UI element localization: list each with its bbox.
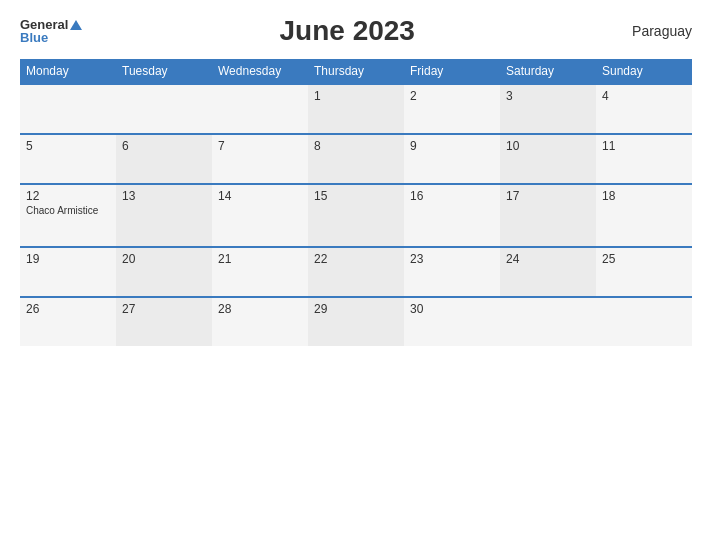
day-number: 28 — [218, 302, 231, 316]
calendar-cell — [116, 84, 212, 134]
calendar-cell: 15 — [308, 184, 404, 247]
day-number: 14 — [218, 189, 231, 203]
day-number: 9 — [410, 139, 417, 153]
calendar-cell: 18 — [596, 184, 692, 247]
day-number: 22 — [314, 252, 327, 266]
calendar-cell: 25 — [596, 247, 692, 297]
calendar-cell — [20, 84, 116, 134]
day-number: 26 — [26, 302, 39, 316]
logo-blue-text: Blue — [20, 31, 48, 44]
day-number: 25 — [602, 252, 615, 266]
country-label: Paraguay — [612, 23, 692, 39]
calendar-cell: 28 — [212, 297, 308, 346]
calendar-cell: 12Chaco Armistice — [20, 184, 116, 247]
calendar-container: General Blue June 2023 Paraguay MondayTu… — [0, 0, 712, 550]
day-number: 27 — [122, 302, 135, 316]
calendar-cell: 13 — [116, 184, 212, 247]
calendar-cell: 26 — [20, 297, 116, 346]
day-number: 2 — [410, 89, 417, 103]
day-number: 7 — [218, 139, 225, 153]
calendar-cell: 30 — [404, 297, 500, 346]
day-number: 10 — [506, 139, 519, 153]
calendar-header: General Blue June 2023 Paraguay — [20, 15, 692, 47]
day-number: 3 — [506, 89, 513, 103]
day-number: 30 — [410, 302, 423, 316]
calendar-cell: 23 — [404, 247, 500, 297]
logo-triangle-icon — [70, 20, 82, 30]
calendar-cell: 3 — [500, 84, 596, 134]
calendar-cell: 1 — [308, 84, 404, 134]
calendar-cell — [500, 297, 596, 346]
calendar-cell: 2 — [404, 84, 500, 134]
day-header-thursday: Thursday — [308, 59, 404, 84]
calendar-cell: 4 — [596, 84, 692, 134]
calendar-cell: 17 — [500, 184, 596, 247]
days-header-row: MondayTuesdayWednesdayThursdayFridaySatu… — [20, 59, 692, 84]
week-row-2: 567891011 — [20, 134, 692, 184]
week-row-5: 2627282930 — [20, 297, 692, 346]
day-number: 24 — [506, 252, 519, 266]
calendar-cell: 16 — [404, 184, 500, 247]
calendar-cell: 27 — [116, 297, 212, 346]
day-number: 21 — [218, 252, 231, 266]
calendar-cell — [596, 297, 692, 346]
day-number: 17 — [506, 189, 519, 203]
calendar-cell: 14 — [212, 184, 308, 247]
calendar-cell: 5 — [20, 134, 116, 184]
day-header-sunday: Sunday — [596, 59, 692, 84]
calendar-cell: 24 — [500, 247, 596, 297]
week-row-3: 12Chaco Armistice131415161718 — [20, 184, 692, 247]
week-row-1: 1234 — [20, 84, 692, 134]
day-number: 11 — [602, 139, 615, 153]
calendar-cell: 11 — [596, 134, 692, 184]
calendar-cell: 29 — [308, 297, 404, 346]
day-header-monday: Monday — [20, 59, 116, 84]
calendar-table: MondayTuesdayWednesdayThursdayFridaySatu… — [20, 59, 692, 346]
day-header-saturday: Saturday — [500, 59, 596, 84]
logo: General Blue — [20, 18, 82, 44]
calendar-cell: 9 — [404, 134, 500, 184]
day-number: 13 — [122, 189, 135, 203]
day-number: 20 — [122, 252, 135, 266]
event-label: Chaco Armistice — [26, 205, 110, 216]
day-header-friday: Friday — [404, 59, 500, 84]
month-title: June 2023 — [82, 15, 612, 47]
day-number: 16 — [410, 189, 423, 203]
day-number: 18 — [602, 189, 615, 203]
day-number: 29 — [314, 302, 327, 316]
calendar-cell: 8 — [308, 134, 404, 184]
day-number: 1 — [314, 89, 321, 103]
day-number: 15 — [314, 189, 327, 203]
day-header-tuesday: Tuesday — [116, 59, 212, 84]
calendar-cell: 19 — [20, 247, 116, 297]
day-number: 19 — [26, 252, 39, 266]
calendar-cell: 22 — [308, 247, 404, 297]
calendar-cell: 10 — [500, 134, 596, 184]
day-header-wednesday: Wednesday — [212, 59, 308, 84]
day-number: 12 — [26, 189, 39, 203]
day-number: 6 — [122, 139, 129, 153]
day-number: 4 — [602, 89, 609, 103]
day-number: 5 — [26, 139, 33, 153]
calendar-cell: 7 — [212, 134, 308, 184]
calendar-cell — [212, 84, 308, 134]
calendar-cell: 20 — [116, 247, 212, 297]
calendar-cell: 6 — [116, 134, 212, 184]
week-row-4: 19202122232425 — [20, 247, 692, 297]
day-number: 8 — [314, 139, 321, 153]
calendar-cell: 21 — [212, 247, 308, 297]
day-number: 23 — [410, 252, 423, 266]
